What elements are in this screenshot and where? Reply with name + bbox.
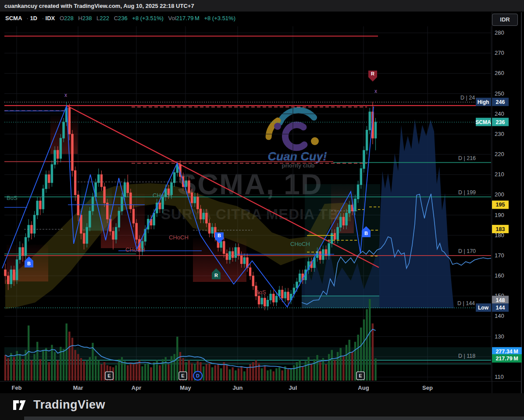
candle-body [42, 189, 44, 209]
price-axis-badge[interactable]: SCMA236 [475, 118, 509, 126]
price-tick: 190 [495, 212, 504, 218]
volume-bar [19, 354, 21, 381]
dividend-badge[interactable]: D [193, 371, 202, 380]
candle-body [25, 237, 26, 256]
currency-toggle-button[interactable]: IDR [492, 14, 518, 26]
volume-bar [299, 360, 300, 381]
candle-body [299, 274, 300, 281]
candle-body [334, 233, 335, 239]
volume-bar [372, 324, 374, 381]
signal-letter: R [371, 71, 374, 76]
candle-body [264, 298, 266, 306]
candle-body [328, 243, 330, 256]
volume-bar [206, 364, 207, 381]
volume-bar [124, 361, 125, 381]
candle-body [54, 150, 56, 164]
volume-bar [54, 352, 56, 381]
candle-body [16, 260, 18, 280]
candle-body [325, 249, 327, 256]
attribution-bar: cuankancuy created with TradingView.com,… [0, 0, 524, 12]
volume-bar [115, 365, 117, 381]
price-axis-badge[interactable]: 217.79 M [492, 354, 522, 363]
price-tick: 270 [495, 50, 504, 56]
volume-bar [57, 360, 59, 381]
volume-bar [337, 352, 339, 381]
level-label: D | 170 [458, 248, 476, 254]
volume-bar [7, 358, 9, 381]
month-label: Jun [232, 384, 242, 391]
candle-body [10, 270, 12, 284]
candle-body [220, 242, 222, 248]
volume-bar [83, 361, 85, 381]
price-axis-badge[interactable]: 277.34 M [492, 347, 522, 356]
time-axis[interactable]: FebMarAprMayJunJulAugSep [11, 384, 433, 391]
volume-bar [287, 369, 289, 381]
price-tick: 130 [495, 333, 504, 340]
volume-bar [4, 355, 6, 381]
volume-bar [121, 357, 123, 381]
volume-bar [334, 360, 335, 381]
badge-letter: E [107, 373, 111, 378]
badge-value-text: 148 [496, 297, 505, 303]
candle-body [80, 215, 82, 234]
candle-body [127, 183, 128, 193]
candle-body [235, 247, 236, 257]
month-label: Apr [132, 384, 141, 391]
price-tick: 140 [495, 313, 504, 319]
candle-body [354, 199, 356, 211]
volume-bar [342, 356, 344, 381]
volume-bar [71, 338, 73, 381]
candle-body [174, 173, 175, 183]
close-value: 236 [118, 15, 128, 21]
candle-body [346, 213, 347, 225]
badge-letter: D [196, 373, 200, 378]
earnings-badge[interactable]: E [356, 372, 364, 380]
volume-bar [168, 364, 169, 381]
candle-body [63, 122, 64, 138]
sell-signal-marker[interactable]: R [368, 71, 377, 82]
smc-annotation: BoS [7, 195, 18, 201]
price-axis-badge[interactable]: Low144 [476, 303, 509, 312]
price-tick: 200 [495, 191, 504, 198]
candle-body [200, 209, 201, 219]
earnings-badge[interactable]: E [179, 372, 187, 380]
tradingview-logo[interactable]: TradingView [13, 398, 105, 412]
price-axis-badge[interactable]: High246 [476, 98, 509, 106]
open-value: 228 [64, 15, 74, 21]
candle-body [89, 211, 91, 227]
candle-body [159, 203, 160, 209]
volume-bar [80, 358, 82, 381]
volume-bar [135, 362, 137, 381]
price-axis-badge[interactable]: 195 [492, 200, 509, 209]
price-axis-badge[interactable]: 148 [492, 296, 509, 304]
candle-body [197, 197, 199, 209]
zigzag-x-mark: x [64, 92, 67, 98]
volume-bar [351, 352, 353, 381]
candle-body [100, 174, 102, 187]
volume-bar [42, 350, 44, 381]
chart-canvas[interactable]: D | 24D | 216D | 199D | 170D | 144D | 11… [0, 0, 524, 420]
earnings-badge[interactable]: E [105, 372, 113, 380]
candle-body [275, 296, 277, 302]
signal-letter: B [27, 261, 31, 266]
month-label: Feb [11, 384, 21, 391]
bottom-scrollbar[interactable] [24, 416, 524, 420]
timeframe[interactable]: 1D [30, 15, 37, 21]
volume-bar [331, 350, 333, 381]
candle-body [33, 215, 35, 234]
candle-body [68, 108, 70, 134]
badge-tag-text: High [478, 99, 489, 105]
volume-bar [307, 357, 309, 381]
candle-body [363, 150, 365, 169]
candle-body [74, 171, 76, 195]
price-axis-badge[interactable]: 183 [492, 225, 509, 233]
volume-bar [86, 360, 88, 381]
symbol-legend[interactable]: SCMA · 1D · IDX O228 H238 L222 C236 +8 (… [5, 15, 235, 21]
volume-bar [13, 357, 15, 381]
price-tick: 210 [495, 171, 504, 178]
volume-bar [132, 364, 134, 381]
symbol-name[interactable]: SCMA [5, 15, 22, 21]
tradingview-wordmark: TradingView [33, 398, 105, 412]
signal-letter: B [364, 231, 368, 236]
volume-bar [100, 364, 102, 381]
